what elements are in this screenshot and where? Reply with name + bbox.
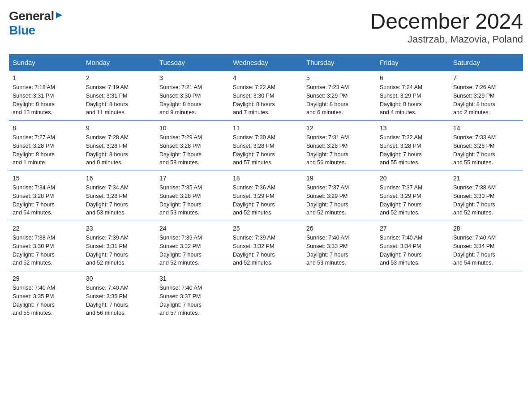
day-info: Sunrise: 7:22 AMSunset: 3:30 PMDaylight:… <box>233 83 299 117</box>
day-info: Sunrise: 7:32 AMSunset: 3:28 PMDaylight:… <box>380 133 446 167</box>
calendar-cell <box>376 271 450 321</box>
day-number: 3 <box>159 74 226 81</box>
day-info: Sunrise: 7:38 AMSunset: 3:30 PMDaylight:… <box>453 184 519 217</box>
day-number: 5 <box>306 74 373 81</box>
day-info: Sunrise: 7:33 AMSunset: 3:28 PMDaylight:… <box>453 133 519 167</box>
logo-general-text: General <box>9 9 54 23</box>
week-row-1: 1Sunrise: 7:18 AMSunset: 3:31 PMDaylight… <box>9 71 523 121</box>
calendar-cell: 6Sunrise: 7:24 AMSunset: 3:29 PMDaylight… <box>376 71 450 121</box>
day-info: Sunrise: 7:26 AMSunset: 3:29 PMDaylight:… <box>453 83 519 117</box>
day-number: 26 <box>306 225 373 232</box>
calendar-cell: 12Sunrise: 7:31 AMSunset: 3:28 PMDayligh… <box>303 121 376 171</box>
day-info: Sunrise: 7:37 AMSunset: 3:29 PMDaylight:… <box>380 184 446 217</box>
day-info: Sunrise: 7:34 AMSunset: 3:28 PMDaylight:… <box>13 184 79 217</box>
calendar-cell: 17Sunrise: 7:35 AMSunset: 3:28 PMDayligh… <box>156 171 229 221</box>
day-info: Sunrise: 7:34 AMSunset: 3:28 PMDaylight:… <box>86 184 152 217</box>
calendar-cell: 13Sunrise: 7:32 AMSunset: 3:28 PMDayligh… <box>376 121 450 171</box>
header-cell-friday: Friday <box>376 54 450 71</box>
day-number: 22 <box>13 225 79 232</box>
calendar-cell: 10Sunrise: 7:29 AMSunset: 3:28 PMDayligh… <box>156 121 229 171</box>
header-cell-tuesday: Tuesday <box>156 54 229 71</box>
day-info: Sunrise: 7:18 AMSunset: 3:31 PMDaylight:… <box>13 83 79 117</box>
day-number: 19 <box>306 175 373 182</box>
day-info: Sunrise: 7:40 AMSunset: 3:36 PMDaylight:… <box>86 284 152 317</box>
day-number: 18 <box>233 175 299 182</box>
day-number: 17 <box>159 175 226 182</box>
day-info: Sunrise: 7:40 AMSunset: 3:33 PMDaylight:… <box>306 234 373 267</box>
calendar-cell: 25Sunrise: 7:39 AMSunset: 3:32 PMDayligh… <box>229 221 303 271</box>
week-row-3: 15Sunrise: 7:34 AMSunset: 3:28 PMDayligh… <box>9 171 523 221</box>
calendar-cell <box>229 271 303 321</box>
day-number: 12 <box>306 124 373 132</box>
calendar-cell: 3Sunrise: 7:21 AMSunset: 3:30 PMDaylight… <box>156 71 229 121</box>
calendar-cell: 7Sunrise: 7:26 AMSunset: 3:29 PMDaylight… <box>450 71 523 121</box>
day-info: Sunrise: 7:28 AMSunset: 3:28 PMDaylight:… <box>86 133 152 167</box>
logo: General Blue <box>9 9 63 38</box>
calendar-cell: 8Sunrise: 7:27 AMSunset: 3:28 PMDaylight… <box>9 121 82 171</box>
day-number: 31 <box>159 275 226 282</box>
day-info: Sunrise: 7:40 AMSunset: 3:34 PMDaylight:… <box>453 234 519 267</box>
week-row-5: 29Sunrise: 7:40 AMSunset: 3:35 PMDayligh… <box>9 271 523 321</box>
day-info: Sunrise: 7:35 AMSunset: 3:28 PMDaylight:… <box>159 184 226 217</box>
day-number: 16 <box>86 175 152 182</box>
day-info: Sunrise: 7:40 AMSunset: 3:35 PMDaylight:… <box>13 284 79 317</box>
header-cell-thursday: Thursday <box>303 54 376 71</box>
calendar-cell: 11Sunrise: 7:30 AMSunset: 3:28 PMDayligh… <box>229 121 303 171</box>
logo-arrow-icon <box>55 11 63 21</box>
day-info: Sunrise: 7:38 AMSunset: 3:30 PMDaylight:… <box>13 234 79 267</box>
calendar-cell: 18Sunrise: 7:36 AMSunset: 3:29 PMDayligh… <box>229 171 303 221</box>
title-area: December 2024 Jastrzab, Mazovia, Poland <box>370 9 523 45</box>
day-info: Sunrise: 7:31 AMSunset: 3:28 PMDaylight:… <box>306 133 373 167</box>
day-number: 15 <box>13 175 79 182</box>
day-info: Sunrise: 7:29 AMSunset: 3:28 PMDaylight:… <box>159 133 226 167</box>
calendar-cell: 27Sunrise: 7:40 AMSunset: 3:34 PMDayligh… <box>376 221 450 271</box>
day-info: Sunrise: 7:36 AMSunset: 3:29 PMDaylight:… <box>233 184 299 217</box>
calendar-cell: 19Sunrise: 7:37 AMSunset: 3:29 PMDayligh… <box>303 171 376 221</box>
logo-blue-text: Blue <box>9 23 35 38</box>
day-number: 25 <box>233 225 299 232</box>
day-number: 9 <box>86 124 152 132</box>
calendar-header: SundayMondayTuesdayWednesdayThursdayFrid… <box>9 54 523 71</box>
day-number: 8 <box>13 124 79 132</box>
day-info: Sunrise: 7:37 AMSunset: 3:29 PMDaylight:… <box>306 184 373 217</box>
day-number: 23 <box>86 225 152 232</box>
calendar-table: SundayMondayTuesdayWednesdayThursdayFrid… <box>9 54 523 321</box>
day-number: 20 <box>380 175 446 182</box>
calendar-cell <box>450 271 523 321</box>
svg-marker-0 <box>56 12 62 18</box>
day-info: Sunrise: 7:19 AMSunset: 3:31 PMDaylight:… <box>86 83 152 117</box>
day-number: 13 <box>380 124 446 132</box>
day-number: 14 <box>453 124 519 132</box>
day-info: Sunrise: 7:23 AMSunset: 3:29 PMDaylight:… <box>306 83 373 117</box>
calendar-cell: 9Sunrise: 7:28 AMSunset: 3:28 PMDaylight… <box>82 121 156 171</box>
calendar-cell: 1Sunrise: 7:18 AMSunset: 3:31 PMDaylight… <box>9 71 82 121</box>
week-row-2: 8Sunrise: 7:27 AMSunset: 3:28 PMDaylight… <box>9 121 523 171</box>
calendar-cell: 15Sunrise: 7:34 AMSunset: 3:28 PMDayligh… <box>9 171 82 221</box>
calendar-cell: 16Sunrise: 7:34 AMSunset: 3:28 PMDayligh… <box>82 171 156 221</box>
day-info: Sunrise: 7:40 AMSunset: 3:37 PMDaylight:… <box>159 284 226 317</box>
calendar-cell: 22Sunrise: 7:38 AMSunset: 3:30 PMDayligh… <box>9 221 82 271</box>
calendar-cell: 21Sunrise: 7:38 AMSunset: 3:30 PMDayligh… <box>450 171 523 221</box>
day-number: 1 <box>13 74 79 81</box>
day-number: 24 <box>159 225 226 232</box>
day-info: Sunrise: 7:39 AMSunset: 3:31 PMDaylight:… <box>86 234 152 267</box>
day-number: 28 <box>453 225 519 232</box>
day-number: 21 <box>453 175 519 182</box>
day-number: 2 <box>86 74 152 81</box>
day-number: 6 <box>380 74 446 81</box>
day-info: Sunrise: 7:39 AMSunset: 3:32 PMDaylight:… <box>233 234 299 267</box>
calendar-cell: 4Sunrise: 7:22 AMSunset: 3:30 PMDaylight… <box>229 71 303 121</box>
calendar-cell: 30Sunrise: 7:40 AMSunset: 3:36 PMDayligh… <box>82 271 156 321</box>
calendar-cell: 5Sunrise: 7:23 AMSunset: 3:29 PMDaylight… <box>303 71 376 121</box>
header-cell-sunday: Sunday <box>9 54 82 71</box>
day-info: Sunrise: 7:40 AMSunset: 3:34 PMDaylight:… <box>380 234 446 267</box>
day-number: 10 <box>159 124 226 132</box>
calendar-cell: 29Sunrise: 7:40 AMSunset: 3:35 PMDayligh… <box>9 271 82 321</box>
header-cell-monday: Monday <box>82 54 156 71</box>
calendar-cell: 24Sunrise: 7:39 AMSunset: 3:32 PMDayligh… <box>156 221 229 271</box>
day-number: 27 <box>380 225 446 232</box>
header-row: SundayMondayTuesdayWednesdayThursdayFrid… <box>9 54 523 71</box>
calendar-subtitle: Jastrzab, Mazovia, Poland <box>370 34 523 45</box>
calendar-cell: 20Sunrise: 7:37 AMSunset: 3:29 PMDayligh… <box>376 171 450 221</box>
day-number: 29 <box>13 275 79 282</box>
